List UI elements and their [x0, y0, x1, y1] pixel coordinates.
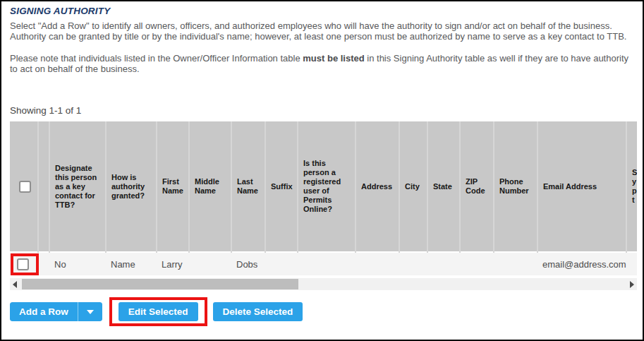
add-row-button[interactable]: Add a Row	[10, 302, 78, 321]
row-select-checkbox[interactable]	[17, 258, 29, 270]
row-middle-name	[189, 252, 231, 275]
row-suffix	[265, 252, 298, 275]
row-select-cell	[10, 252, 38, 275]
header-city: City	[399, 121, 427, 252]
header-address: Address	[356, 121, 399, 252]
results-count: Showing 1-1 of 1	[10, 105, 637, 116]
header-last-name: Last Name	[231, 121, 265, 252]
intro-paragraph-2-bold: must be listed	[303, 53, 364, 64]
row-first-name: Larry	[157, 252, 189, 275]
intro-paragraph-1: Select "Add a Row" to identify all owner…	[10, 20, 637, 42]
header-zip: ZIP Code	[460, 121, 494, 252]
header-suffix: Suffix	[265, 121, 298, 252]
header-phone: Phone Number	[494, 121, 537, 252]
row-last-name: Dobs	[231, 252, 265, 275]
row-key-contact: No	[49, 252, 106, 275]
edit-selected-button[interactable]: Edit Selected	[119, 302, 198, 321]
row-zip	[460, 252, 494, 275]
row-state	[427, 252, 460, 275]
header-spacer-cell	[38, 121, 49, 252]
scroll-left-arrow-icon[interactable]	[13, 281, 17, 288]
header-clipped-column: S y p t	[626, 121, 637, 252]
edit-selected-highlight: Edit Selected	[109, 297, 207, 326]
intro-paragraph-1-text: Select "Add a Row" to identify all owner…	[10, 20, 626, 42]
header-middle-name: Middle Name	[189, 121, 231, 252]
action-buttons: Add a Row Edit Selected Delete Selected	[10, 297, 637, 326]
row-spacer-cell	[38, 252, 49, 275]
add-row-split-button: Add a Row	[10, 302, 102, 321]
row-email: email@address.com	[537, 252, 626, 275]
signing-authority-table: Designate this person as a key contact f…	[10, 121, 637, 275]
intro-paragraph-2: Please note that individuals listed in t…	[10, 53, 637, 74]
page-title: SIGNING AUTHORITY	[10, 6, 637, 16]
header-email: Email Address	[537, 121, 626, 252]
signing-authority-panel: SIGNING AUTHORITY Select "Add a Row" to …	[0, 0, 644, 341]
intro-paragraph-2-lead: Please note that individuals listed in t…	[10, 53, 303, 64]
table-header-row: Designate this person as a key contact f…	[10, 121, 637, 252]
header-registered-user: Is this person a registered user of Perm…	[298, 121, 356, 252]
add-row-dropdown-button[interactable]	[78, 302, 102, 321]
chevron-down-icon	[87, 310, 94, 314]
table-row: No Name Larry Dobs email@address.com	[10, 252, 637, 275]
header-first-name: First Name	[157, 121, 189, 252]
header-authority-granted: How is authority granted?	[106, 121, 157, 252]
scroll-right-arrow-icon[interactable]	[630, 281, 634, 288]
row-phone	[494, 252, 537, 275]
header-select-cell	[10, 121, 38, 252]
header-state: State	[427, 121, 460, 252]
row-authority-granted: Name	[106, 252, 157, 275]
row-address	[356, 252, 399, 275]
select-all-checkbox[interactable]	[19, 181, 31, 193]
row-registered-user	[298, 252, 356, 275]
scrollbar-thumb[interactable]	[22, 279, 298, 289]
delete-selected-button[interactable]: Delete Selected	[213, 302, 303, 321]
row-checkbox-highlight	[11, 253, 39, 275]
horizontal-scrollbar[interactable]	[10, 278, 637, 290]
header-key-contact: Designate this person as a key contact f…	[49, 121, 106, 252]
intro-text: Select "Add a Row" to identify all owner…	[10, 20, 637, 74]
row-clipped-cell	[626, 252, 637, 275]
row-city	[399, 252, 427, 275]
